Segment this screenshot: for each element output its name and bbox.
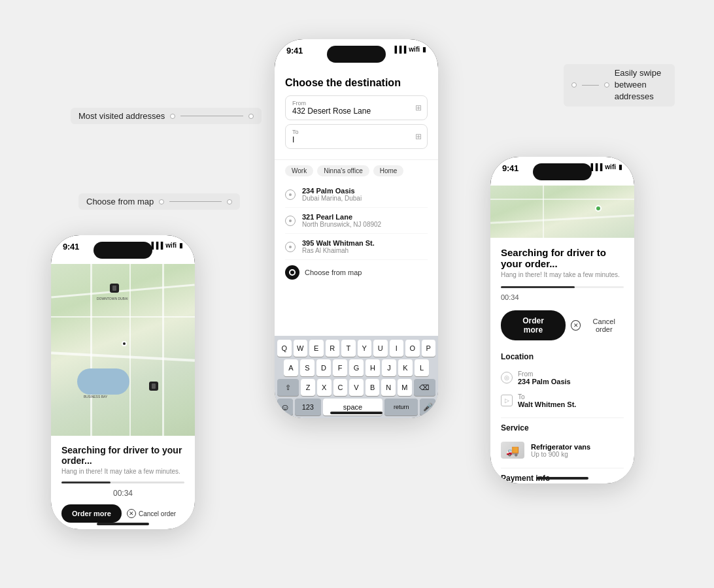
to-label: To	[292, 129, 420, 135]
kbd-123[interactable]: 123	[295, 399, 321, 416]
kbd-t[interactable]: T	[341, 340, 356, 357]
annotation-dot-left2	[159, 199, 164, 204]
kbd-f[interactable]: F	[333, 359, 347, 376]
kbd-p[interactable]: P	[422, 340, 436, 357]
from-value: 432 Desert Rose Lane	[292, 106, 420, 116]
search-body-right: Searching for driver to your order... Ha…	[490, 238, 634, 483]
addr-pin-3	[285, 242, 296, 252]
cancel-order-button-left[interactable]: ✕ Cancel order	[127, 509, 176, 518]
kbd-b[interactable]: B	[366, 379, 380, 396]
addr-city-1: Dubai Marina, Dubai	[302, 195, 362, 202]
dynamic-island-right	[533, 163, 592, 180]
address-item-1[interactable]: 234 Palm Oasis Dubai Marina, Dubai	[285, 182, 428, 208]
kbd-w[interactable]: W	[294, 340, 308, 357]
kbd-k[interactable]: K	[398, 359, 413, 376]
addr-text-3: 395 Walt Whitman St. Ras Al Khaimah	[302, 239, 375, 254]
addr-name-2: 321 Pearl Lane	[302, 213, 381, 221]
destination-title: Choose the destination	[285, 77, 428, 89]
timer-left: 00:34	[61, 489, 184, 498]
order-more-button-left[interactable]: Order more	[61, 504, 122, 523]
annotation-dot-right2	[227, 199, 232, 204]
cancel-circle-icon: ✕	[571, 320, 581, 331]
map-pin	[122, 341, 127, 346]
kbd-n[interactable]: N	[381, 379, 396, 396]
kbd-z[interactable]: Z	[301, 379, 315, 396]
tag-work[interactable]: Work	[285, 165, 313, 176]
kbd-e[interactable]: E	[309, 340, 324, 357]
choose-from-map-annotation: Choose from map	[78, 193, 240, 210]
kbd-x[interactable]: X	[317, 379, 332, 396]
kbd-m[interactable]: M	[398, 379, 412, 396]
divider-1	[501, 417, 624, 418]
easily-swipe-annotation: Easily swipe between addresses	[564, 64, 675, 106]
battery-icon: ▮	[179, 242, 183, 249]
tag-home[interactable]: Home	[373, 165, 404, 176]
kbd-r[interactable]: R	[326, 340, 340, 357]
destination-content: Choose the destination From 432 Desert R…	[275, 68, 438, 418]
kbd-a[interactable]: A	[284, 359, 298, 376]
from-location-icon: ◎	[501, 372, 513, 384]
wifi-icon: wifi	[409, 46, 420, 53]
kbd-g[interactable]: G	[349, 359, 364, 376]
tag-office[interactable]: Ninna's office	[317, 165, 369, 176]
quick-tags: Work Ninna's office Home	[275, 160, 438, 182]
kbd-i[interactable]: I	[390, 340, 404, 357]
status-icons-right: ▐▐▐ wifi ▮	[588, 163, 622, 171]
kbd-y[interactable]: Y	[358, 340, 372, 357]
kbd-row-3: ⇧ Z X C V B N M ⌫	[277, 379, 435, 396]
search-title-right: Searching for driver to your order...	[501, 247, 624, 269]
kbd-mic-btn[interactable]: 🎤	[420, 399, 435, 416]
search-content: Searching for driver to your order... Ha…	[490, 186, 634, 483]
kbd-emoji-btn[interactable]: ☺	[277, 399, 293, 416]
address-item-2[interactable]: 321 Pearl Lane North Brunswick, NJ 08902	[285, 208, 428, 234]
from-field[interactable]: From 432 Desert Rose Lane ⊞	[285, 95, 428, 120]
divider-2	[501, 468, 624, 468]
kbd-q[interactable]: Q	[277, 340, 292, 357]
road	[51, 351, 195, 362]
mini-road-2	[490, 214, 634, 224]
kbd-shift[interactable]: ⇧	[277, 379, 299, 396]
service-desc: Up to 900 kg	[531, 451, 590, 458]
map-label: DOWNTOWN DUBAI	[97, 297, 128, 301]
from-location-text: From 234 Palm Oasis	[518, 370, 571, 385]
order-more-button-right[interactable]: Order more	[501, 310, 566, 340]
most-visited-label: Most visited addresses	[78, 111, 165, 121]
choose-from-map-button[interactable]: Choose from map	[275, 260, 438, 285]
home-bar-center	[330, 412, 382, 414]
cancel-order-button-right[interactable]: ✕ Cancel order	[571, 310, 624, 340]
kbd-v[interactable]: V	[349, 379, 364, 396]
kbd-row-1: Q W E R T Y U I O P	[277, 340, 435, 357]
kbd-j[interactable]: J	[382, 359, 396, 376]
kbd-s[interactable]: S	[300, 359, 314, 376]
kbd-d[interactable]: D	[316, 359, 331, 376]
map-circle-inner	[289, 269, 296, 276]
address-item-3[interactable]: 395 Walt Whitman St. Ras Al Khaimah	[285, 234, 428, 260]
kbd-u[interactable]: U	[373, 340, 388, 357]
addr-city-3: Ras Al Khaimah	[302, 247, 375, 254]
kbd-l[interactable]: L	[415, 359, 429, 376]
annotation-dot-left	[170, 114, 175, 119]
battery-icon: ▮	[422, 46, 426, 53]
kbd-return[interactable]: return	[384, 399, 418, 416]
to-loc-label: To	[518, 393, 576, 400]
map-label: BUSINESS BAY	[84, 395, 107, 399]
service-section-label: Service	[501, 423, 624, 433]
most-visited-annotation: Most visited addresses	[71, 108, 262, 124]
addr-pin-1	[285, 189, 296, 200]
annotation-dot-left3	[571, 82, 577, 88]
kbd-c[interactable]: C	[333, 379, 348, 396]
kbd-backspace[interactable]: ⌫	[414, 379, 435, 396]
service-row: 🚚 Refrigerator vans Up to 900 kg	[501, 438, 624, 463]
choose-from-map-label: Choose from map	[86, 197, 154, 206]
addr-city-2: North Brunswick, NJ 08902	[302, 221, 381, 228]
phone-right: 9:41 ▐▐▐ wifi ▮ Searching for driver to …	[490, 157, 634, 483]
water	[77, 368, 129, 395]
status-icons-left: ▐▐▐ wifi ▮	[149, 242, 183, 249]
searching-panel-left: Searching for driver to your order... Ha…	[51, 436, 195, 529]
kbd-o[interactable]: O	[405, 340, 420, 357]
kbd-h[interactable]: H	[366, 359, 380, 376]
time-left: 9:41	[63, 242, 79, 252]
addr-name-3: 395 Walt Whitman St.	[302, 239, 375, 247]
easily-swipe-label: Easily swipe between addresses	[615, 67, 667, 103]
to-field[interactable]: To I ⊞	[285, 124, 428, 149]
